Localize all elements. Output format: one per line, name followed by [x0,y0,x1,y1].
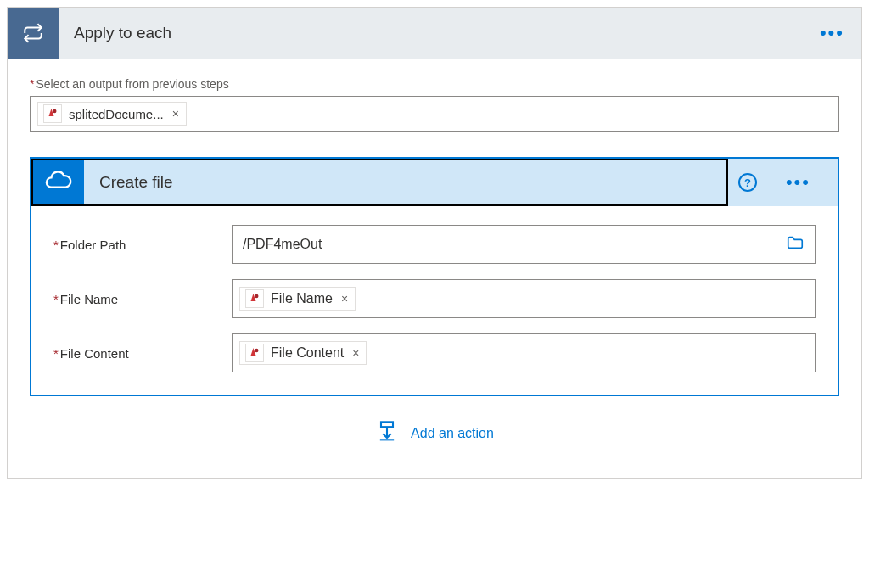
select-output-label: *Select an output from previous steps [30,77,839,91]
file-name-input[interactable]: File Name × [232,279,816,318]
field-row-file-name: *File Name File Name [53,279,816,318]
remove-token-icon[interactable]: × [171,107,181,120]
token-file-name[interactable]: File Name × [239,287,356,311]
token-text: File Content [271,345,344,361]
svg-point-0 [53,109,57,114]
onedrive-icon [33,160,84,204]
token-text: splitedDocume... [69,107,164,121]
file-name-label: *File Name [53,292,232,306]
insert-step-icon [375,420,399,447]
remove-token-icon[interactable]: × [350,346,361,360]
apply-to-each-title: Apply to each [59,24,803,42]
create-file-title: Create file [84,173,173,192]
create-file-header[interactable]: Create file ? ••• [31,159,838,206]
api-key-icon [43,104,62,123]
token-text: File Name [271,291,333,306]
api-key-icon [245,344,264,362]
token-splited-documents[interactable]: splitedDocume... × [37,102,187,126]
svg-point-1 [255,294,259,299]
create-file-header-main[interactable]: Create file [31,159,728,206]
add-action-button[interactable]: Add an action [375,420,494,447]
apply-to-each-body: *Select an output from previous steps sp… [8,59,861,478]
add-action-label: Add an action [411,426,494,441]
folder-path-input[interactable]: /PDF4meOut [232,225,816,264]
api-key-icon [245,289,264,308]
svg-rect-3 [381,422,393,427]
field-row-folder-path: *Folder Path /PDF4meOut [53,225,816,264]
create-file-fields: *Folder Path /PDF4meOut [31,206,838,395]
file-content-label: *File Content [53,346,232,361]
required-asterisk: * [30,77,34,91]
file-content-input[interactable]: File Content × [232,333,816,372]
folder-path-label: *Folder Path [53,238,232,252]
create-file-header-actions: ? ••• [728,159,838,206]
help-icon[interactable]: ? [738,173,757,192]
create-file-card: Create file ? ••• *Folder Path /PDF4meOu… [30,157,839,396]
remove-token-icon[interactable]: × [339,292,350,305]
folder-path-value: /PDF4meOut [243,237,322,252]
select-output-input[interactable]: splitedDocume... × [30,96,839,132]
add-action-area: Add an action [30,396,839,469]
apply-to-each-card: Apply to each ••• *Select an output from… [7,7,862,479]
svg-point-2 [255,349,259,353]
field-row-file-content: *File Content File C [53,333,816,372]
loop-icon [8,8,59,59]
token-file-content[interactable]: File Content × [239,341,367,365]
more-menu-inner[interactable]: ••• [769,171,827,193]
apply-to-each-header[interactable]: Apply to each ••• [8,8,861,59]
more-menu-outer[interactable]: ••• [803,22,861,44]
folder-picker-icon[interactable] [786,233,805,255]
